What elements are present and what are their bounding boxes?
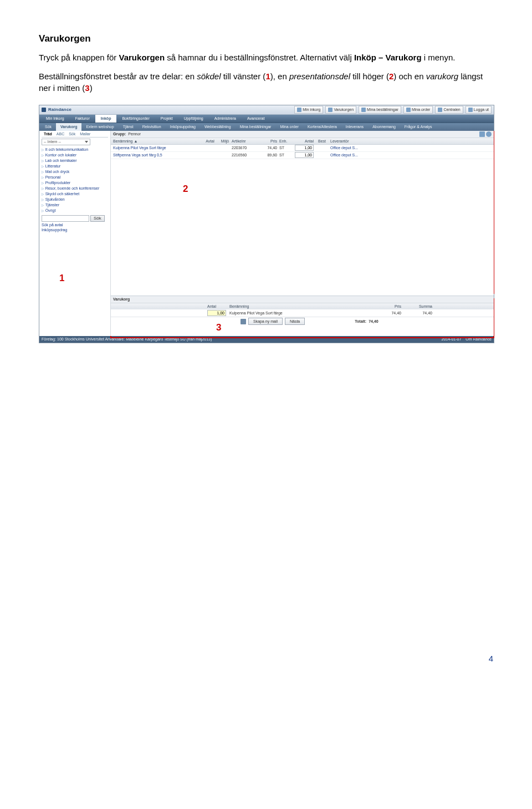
- print-icon[interactable]: [479, 131, 485, 137]
- sub-abonnemang[interactable]: Abonnemang: [368, 123, 400, 131]
- p2l: 3: [85, 83, 89, 93]
- sub-inleverans[interactable]: Inleverans: [341, 123, 368, 131]
- menu-projekt[interactable]: Projekt: [155, 115, 178, 123]
- cart-qty-input[interactable]: [207, 310, 226, 316]
- p1a: Tryck på knappen för: [39, 53, 119, 62]
- tree-item[interactable]: It och telekommunikation: [42, 147, 108, 152]
- lbl: Mina beställningar: [367, 108, 398, 111]
- paragraph-1: Tryck på knappen för Varukorgen så hamna…: [39, 52, 493, 63]
- topbtn-centralen[interactable]: Centralen: [435, 106, 463, 114]
- statusbar: Företag: 100 Stockholms Universitet Anvä…: [39, 336, 494, 343]
- sub-kortera-attestera[interactable]: Kortera/Attestera: [303, 123, 341, 131]
- sidebar-search-input[interactable]: [42, 215, 89, 222]
- menu-uppfoljning[interactable]: Uppföljning: [178, 115, 209, 123]
- menu-fakturor[interactable]: Fakturor: [70, 115, 95, 123]
- tree-item[interactable]: Övrigt: [42, 208, 108, 213]
- sub-mina-order[interactable]: Mina order: [275, 123, 303, 131]
- tree-item[interactable]: Litteratur: [42, 164, 108, 169]
- col-antal[interactable]: Antal: [291, 139, 316, 143]
- sub-inkopsuppdrag[interactable]: Inköpsuppdrag: [166, 123, 200, 131]
- tree-item[interactable]: Lab och kemikaler: [42, 158, 108, 164]
- col-benamning[interactable]: Benämning ▲: [111, 139, 202, 143]
- cell-enh: ST: [279, 146, 291, 150]
- menu-bokforingsorder[interactable]: Bokföringsorder: [116, 115, 155, 123]
- p1d: Inköp – Varukorg: [354, 53, 422, 62]
- cartcol-antal: Antal: [207, 304, 229, 308]
- menu-avancerat[interactable]: Avancerat: [242, 115, 270, 123]
- tree-item[interactable]: Profilprodukter: [42, 180, 108, 186]
- inbox-icon: [297, 108, 301, 112]
- cartcol-pris: Pris: [374, 304, 405, 308]
- status-about[interactable]: Om Raindance: [466, 337, 492, 341]
- topbtn-min-inkorg[interactable]: Min inkorg: [294, 106, 323, 114]
- cell-leverantor[interactable]: Office depot S...: [328, 146, 494, 150]
- cell-benamning[interactable]: Kulpenna Pilot Vega Sort färge: [111, 146, 202, 150]
- sidebar-link-avtal[interactable]: Sök på avtal: [42, 223, 108, 227]
- logout-icon: [468, 108, 473, 112]
- sub-extern-webshop[interactable]: Extern webshop: [81, 123, 118, 131]
- cell-pris: 74,40: [257, 146, 279, 150]
- p2g: till höger (: [350, 72, 389, 81]
- sub-tjanst[interactable]: Tjänst: [119, 123, 138, 131]
- save-icon[interactable]: [241, 319, 246, 324]
- cart-cell-summa: 74,40: [405, 311, 436, 315]
- topbtn-varukorgen[interactable]: Varukorgen: [325, 106, 356, 114]
- tree-item[interactable]: Personal: [42, 175, 108, 180]
- sidetab-trad[interactable]: Träd: [42, 132, 54, 137]
- lbl: Mina order: [412, 108, 430, 111]
- sidetab-sok[interactable]: Sök: [66, 132, 78, 137]
- menu-administrera[interactable]: Administrera: [209, 115, 242, 123]
- submenu: Sök Varukorg Extern webshop Tjänst Rekvi…: [39, 123, 494, 131]
- btn-skapa-mall[interactable]: Skapa ny mall: [248, 318, 283, 325]
- col-enh[interactable]: Enh.: [279, 139, 291, 143]
- menu-min-inkorg[interactable]: Min Inkorg: [40, 115, 70, 123]
- sub-varukorg[interactable]: Varukorg: [56, 123, 81, 131]
- sidebar-dropdown[interactable]: -- Intern --: [42, 139, 90, 145]
- app-brand: Raindance: [48, 107, 71, 112]
- menu-inkop[interactable]: Inköp: [95, 115, 117, 123]
- col-avtal[interactable]: Avtal: [202, 139, 218, 143]
- topbtn-logga-ut[interactable]: Logga ut: [466, 106, 492, 114]
- callout-3: 3: [216, 322, 221, 333]
- col-miljo[interactable]: Miljö: [218, 139, 232, 143]
- sidebar-link-inkopsuppdrag[interactable]: Inköpsuppdrag: [42, 228, 108, 232]
- sub-webbestallning[interactable]: Webbeställning: [200, 123, 236, 131]
- col-artikelnr[interactable]: Artikelnr: [232, 139, 257, 143]
- cell-benamning[interactable]: Stiftpenna Vega sort färg 0,5: [111, 153, 202, 157]
- dropdown-value: -- Intern --: [44, 140, 61, 144]
- tree-item[interactable]: Resor, boende och konferenser: [42, 186, 108, 191]
- sub-mina-bestallningar[interactable]: Mina beställningar: [236, 123, 276, 131]
- product-row: Kulpenna Pilot Vega Sort färge 2203670 7…: [111, 145, 494, 152]
- p2j: varukorg: [426, 72, 458, 81]
- cell-leverantor[interactable]: Office depot S...: [328, 153, 494, 157]
- tree-item[interactable]: Kontor och lokaler: [42, 152, 108, 158]
- sidebar-search-button[interactable]: Sök: [90, 215, 105, 222]
- btn-nasta[interactable]: Nästa: [285, 318, 305, 325]
- qty-input[interactable]: [295, 152, 314, 158]
- help-icon[interactable]: [486, 131, 492, 137]
- sub-rekvisition[interactable]: Rekvisition: [138, 123, 166, 131]
- cart-row: Kulpenna Pilot Vega Sort färge 74,40 74,…: [111, 309, 494, 317]
- qty-input[interactable]: [295, 145, 314, 151]
- col-leverantor[interactable]: Leverantör: [328, 139, 494, 143]
- sub-sok[interactable]: Sök: [40, 123, 56, 131]
- cart-panel: Varukorg Antal Benämning Pris Summa Kulp…: [111, 296, 494, 326]
- cart-cell-pris: 74,40: [374, 311, 405, 315]
- chevron-down-icon: [85, 141, 88, 143]
- cart-cell-benamning: Kulpenna Pilot Vega Sort färge: [229, 311, 374, 315]
- col-best[interactable]: Best: [316, 139, 328, 143]
- callout-1: 1: [59, 273, 64, 284]
- cartcol-benamning: Benämning: [229, 304, 374, 308]
- sub-fragor-analys[interactable]: Frågor & Analys: [400, 123, 437, 131]
- topbtn-mina-order[interactable]: Mina order: [403, 106, 433, 114]
- tree-item[interactable]: Tjänster: [42, 202, 108, 208]
- tree-item[interactable]: Skydd och säkerhet: [42, 191, 108, 197]
- sort-asc-icon: ▲: [134, 139, 137, 143]
- tree-item[interactable]: Sjukvården: [42, 197, 108, 202]
- tree-item[interactable]: Mat och dryck: [42, 169, 108, 175]
- sidetab-abc[interactable]: ABC: [54, 132, 66, 137]
- topbtn-mina-bestallningar[interactable]: Mina beställningar: [359, 106, 401, 114]
- sidetab-mallar[interactable]: Mallar: [78, 132, 93, 137]
- col-pris[interactable]: Pris: [257, 139, 279, 143]
- group-value: Pennor: [128, 132, 141, 136]
